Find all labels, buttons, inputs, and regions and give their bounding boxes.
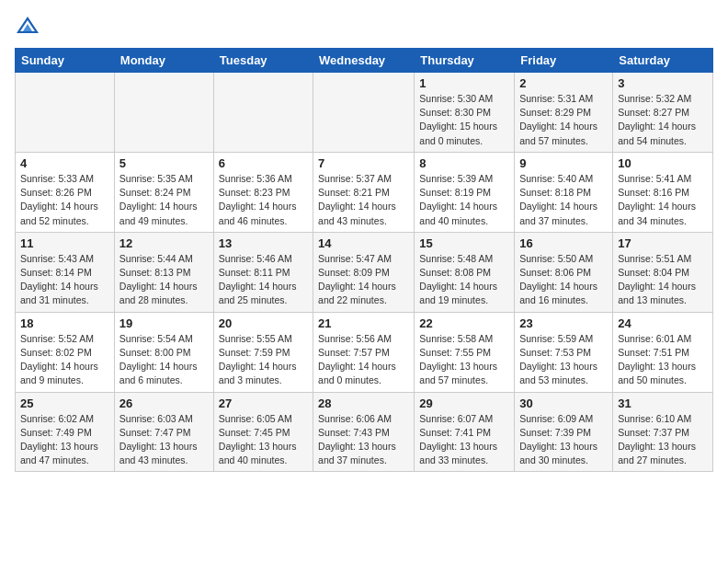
day-number: 27 [219, 396, 308, 410]
day-info: Sunrise: 6:01 AMSunset: 7:51 PMDaylight:… [618, 332, 708, 388]
day-number: 17 [618, 236, 708, 250]
calendar-cell [213, 73, 313, 153]
calendar-cell: 5Sunrise: 5:35 AMSunset: 8:24 PMDaylight… [114, 152, 213, 232]
day-info: Sunrise: 5:30 AMSunset: 8:30 PMDaylight:… [419, 92, 509, 148]
calendar-cell [114, 73, 213, 153]
calendar-cell: 23Sunrise: 5:59 AMSunset: 7:53 PMDayligh… [515, 312, 613, 392]
day-info: Sunrise: 5:48 AMSunset: 8:08 PMDaylight:… [419, 252, 509, 308]
calendar-cell [313, 73, 415, 153]
day-number: 21 [318, 316, 409, 330]
calendar-cell: 4Sunrise: 5:33 AMSunset: 8:26 PMDaylight… [16, 152, 115, 232]
weekday-tuesday: Tuesday [213, 49, 313, 73]
calendar-cell: 27Sunrise: 6:05 AMSunset: 7:45 PMDayligh… [213, 392, 313, 472]
day-number: 31 [618, 396, 708, 410]
calendar-cell: 26Sunrise: 6:03 AMSunset: 7:47 PMDayligh… [114, 392, 213, 472]
day-info: Sunrise: 6:06 AMSunset: 7:43 PMDaylight:… [318, 412, 409, 468]
weekday-friday: Friday [515, 49, 613, 73]
day-info: Sunrise: 5:56 AMSunset: 7:57 PMDaylight:… [318, 332, 409, 388]
day-number: 13 [219, 236, 308, 250]
day-info: Sunrise: 5:52 AMSunset: 8:02 PMDaylight:… [20, 332, 109, 388]
calendar-cell: 10Sunrise: 5:41 AMSunset: 8:16 PMDayligh… [613, 152, 713, 232]
calendar-cell: 22Sunrise: 5:58 AMSunset: 7:55 PMDayligh… [415, 312, 515, 392]
calendar-body: 1Sunrise: 5:30 AMSunset: 8:30 PMDaylight… [16, 73, 713, 472]
calendar-cell: 13Sunrise: 5:46 AMSunset: 8:11 PMDayligh… [213, 232, 313, 312]
day-info: Sunrise: 5:41 AMSunset: 8:16 PMDaylight:… [618, 172, 708, 228]
calendar-cell: 21Sunrise: 5:56 AMSunset: 7:57 PMDayligh… [313, 312, 415, 392]
day-info: Sunrise: 6:10 AMSunset: 7:37 PMDaylight:… [618, 412, 708, 468]
day-number: 3 [618, 76, 708, 90]
calendar-cell: 3Sunrise: 5:32 AMSunset: 8:27 PMDaylight… [613, 73, 713, 153]
calendar-week-4: 18Sunrise: 5:52 AMSunset: 8:02 PMDayligh… [16, 312, 713, 392]
day-info: Sunrise: 5:46 AMSunset: 8:11 PMDaylight:… [219, 252, 308, 308]
calendar-cell: 1Sunrise: 5:30 AMSunset: 8:30 PMDaylight… [415, 73, 515, 153]
logo [15, 15, 44, 40]
calendar-cell: 19Sunrise: 5:54 AMSunset: 8:00 PMDayligh… [114, 312, 213, 392]
day-info: Sunrise: 5:58 AMSunset: 7:55 PMDaylight:… [419, 332, 509, 388]
day-number: 2 [519, 76, 608, 90]
calendar-cell: 17Sunrise: 5:51 AMSunset: 8:04 PMDayligh… [613, 232, 713, 312]
calendar-cell: 2Sunrise: 5:31 AMSunset: 8:29 PMDaylight… [515, 73, 613, 153]
day-number: 7 [318, 156, 409, 170]
day-number: 24 [618, 316, 708, 330]
calendar-cell: 29Sunrise: 6:07 AMSunset: 7:41 PMDayligh… [415, 392, 515, 472]
page-header [15, 15, 713, 40]
calendar-week-1: 1Sunrise: 5:30 AMSunset: 8:30 PMDaylight… [16, 73, 713, 153]
calendar-cell: 20Sunrise: 5:55 AMSunset: 7:59 PMDayligh… [213, 312, 313, 392]
day-info: Sunrise: 5:39 AMSunset: 8:19 PMDaylight:… [419, 172, 509, 228]
weekday-monday: Monday [114, 49, 213, 73]
day-number: 6 [219, 156, 308, 170]
day-number: 30 [519, 396, 608, 410]
calendar-cell: 6Sunrise: 5:36 AMSunset: 8:23 PMDaylight… [213, 152, 313, 232]
calendar-cell: 11Sunrise: 5:43 AMSunset: 8:14 PMDayligh… [16, 232, 115, 312]
day-number: 29 [419, 396, 509, 410]
day-info: Sunrise: 6:07 AMSunset: 7:41 PMDaylight:… [419, 412, 509, 468]
calendar-week-3: 11Sunrise: 5:43 AMSunset: 8:14 PMDayligh… [16, 232, 713, 312]
calendar-cell: 18Sunrise: 5:52 AMSunset: 8:02 PMDayligh… [16, 312, 115, 392]
calendar-header: SundayMondayTuesdayWednesdayThursdayFrid… [16, 49, 713, 73]
calendar-cell: 25Sunrise: 6:02 AMSunset: 7:49 PMDayligh… [16, 392, 115, 472]
day-number: 16 [519, 236, 608, 250]
day-number: 5 [119, 156, 209, 170]
weekday-wednesday: Wednesday [313, 49, 415, 73]
day-info: Sunrise: 5:59 AMSunset: 7:53 PMDaylight:… [519, 332, 608, 388]
day-info: Sunrise: 5:43 AMSunset: 8:14 PMDaylight:… [20, 252, 109, 308]
calendar-week-2: 4Sunrise: 5:33 AMSunset: 8:26 PMDaylight… [16, 152, 713, 232]
calendar-cell: 7Sunrise: 5:37 AMSunset: 8:21 PMDaylight… [313, 152, 415, 232]
day-info: Sunrise: 5:35 AMSunset: 8:24 PMDaylight:… [119, 172, 209, 228]
logo-icon [15, 15, 40, 40]
weekday-thursday: Thursday [415, 49, 515, 73]
day-number: 10 [618, 156, 708, 170]
weekday-sunday: Sunday [16, 49, 115, 73]
calendar-cell: 28Sunrise: 6:06 AMSunset: 7:43 PMDayligh… [313, 392, 415, 472]
day-info: Sunrise: 5:44 AMSunset: 8:13 PMDaylight:… [119, 252, 209, 308]
weekday-saturday: Saturday [613, 49, 713, 73]
calendar-cell: 14Sunrise: 5:47 AMSunset: 8:09 PMDayligh… [313, 232, 415, 312]
calendar-cell: 12Sunrise: 5:44 AMSunset: 8:13 PMDayligh… [114, 232, 213, 312]
calendar-cell: 24Sunrise: 6:01 AMSunset: 7:51 PMDayligh… [613, 312, 713, 392]
calendar-week-5: 25Sunrise: 6:02 AMSunset: 7:49 PMDayligh… [16, 392, 713, 472]
calendar-table: SundayMondayTuesdayWednesdayThursdayFrid… [15, 48, 713, 472]
calendar-cell: 16Sunrise: 5:50 AMSunset: 8:06 PMDayligh… [515, 232, 613, 312]
day-number: 28 [318, 396, 409, 410]
day-info: Sunrise: 6:05 AMSunset: 7:45 PMDaylight:… [219, 412, 308, 468]
day-number: 15 [419, 236, 509, 250]
day-info: Sunrise: 5:54 AMSunset: 8:00 PMDaylight:… [119, 332, 209, 388]
day-number: 22 [419, 316, 509, 330]
day-info: Sunrise: 5:33 AMSunset: 8:26 PMDaylight:… [20, 172, 109, 228]
calendar-cell [16, 73, 115, 153]
day-number: 26 [119, 396, 209, 410]
day-info: Sunrise: 5:50 AMSunset: 8:06 PMDaylight:… [519, 252, 608, 308]
weekday-header-row: SundayMondayTuesdayWednesdayThursdayFrid… [16, 49, 713, 73]
day-number: 25 [20, 396, 109, 410]
day-number: 9 [519, 156, 608, 170]
calendar-cell: 8Sunrise: 5:39 AMSunset: 8:19 PMDaylight… [415, 152, 515, 232]
calendar-cell: 30Sunrise: 6:09 AMSunset: 7:39 PMDayligh… [515, 392, 613, 472]
day-info: Sunrise: 6:03 AMSunset: 7:47 PMDaylight:… [119, 412, 209, 468]
day-number: 20 [219, 316, 308, 330]
day-info: Sunrise: 5:36 AMSunset: 8:23 PMDaylight:… [219, 172, 308, 228]
day-info: Sunrise: 5:47 AMSunset: 8:09 PMDaylight:… [318, 252, 409, 308]
day-info: Sunrise: 5:31 AMSunset: 8:29 PMDaylight:… [519, 92, 608, 148]
day-number: 23 [519, 316, 608, 330]
day-info: Sunrise: 6:09 AMSunset: 7:39 PMDaylight:… [519, 412, 608, 468]
day-number: 1 [419, 76, 509, 90]
